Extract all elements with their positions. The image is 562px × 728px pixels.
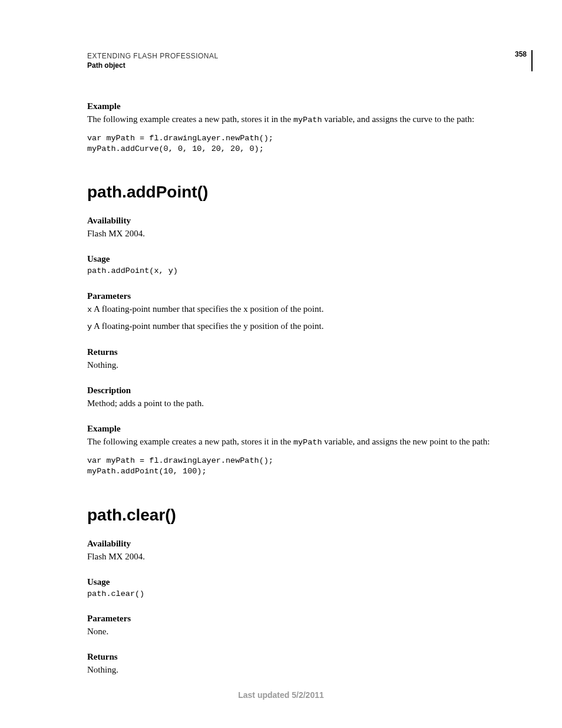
text-span: position of the point. <box>248 304 324 314</box>
text-span: A floating-point number that specifies t… <box>92 321 243 331</box>
returns-text: Nothing. <box>87 359 503 371</box>
description-heading: Description <box>87 386 503 396</box>
availability-heading: Availability <box>87 216 503 226</box>
code-inline: myPath <box>293 116 322 124</box>
example-text: The following example creates a new path… <box>87 436 503 449</box>
usage-heading: Usage <box>87 254 503 264</box>
text-span: The following example creates a new path… <box>87 437 293 446</box>
availability-heading: Availability <box>87 539 503 549</box>
returns-heading: Returns <box>87 652 503 662</box>
page-content: EXTENDING FLASH PROFESSIONAL Path object… <box>0 0 562 676</box>
section-label: Path object <box>87 61 515 70</box>
code-block: var myPath = fl.drawingLayer.newPath(); … <box>87 133 503 154</box>
returns-text: Nothing. <box>87 664 503 676</box>
method-heading-addpoint: path.addPoint() <box>87 183 503 202</box>
example-heading: Example <box>87 101 503 111</box>
example-text: The following example creates a new path… <box>87 113 503 126</box>
returns-heading: Returns <box>87 347 503 357</box>
parameter-y: y A floating-point number that specifies… <box>87 320 503 333</box>
example-heading: Example <box>87 424 503 434</box>
italic-text: x <box>243 304 248 314</box>
main-content: Example The following example creates a … <box>87 101 503 676</box>
code-inline: myPath <box>293 438 322 447</box>
parameters-heading: Parameters <box>87 291 503 301</box>
header-left: EXTENDING FLASH PROFESSIONAL Path object <box>87 52 515 70</box>
usage-code: path.addPoint(x, y) <box>87 266 503 276</box>
text-span: The following example creates a new path… <box>87 114 293 124</box>
parameters-text: None. <box>87 625 503 638</box>
page-number: 358 <box>515 50 533 71</box>
parameter-x: x A floating-point number that specifies… <box>87 303 503 316</box>
page-footer: Last updated 5/2/2011 <box>0 690 562 700</box>
method-heading-clear: path.clear() <box>87 506 503 525</box>
availability-text: Flash MX 2004. <box>87 228 503 240</box>
param-name: y <box>87 322 92 331</box>
parameters-heading: Parameters <box>87 614 503 624</box>
description-text: Method; adds a point to the path. <box>87 397 503 410</box>
text-span: position of the point. <box>248 321 324 331</box>
document-title: EXTENDING FLASH PROFESSIONAL <box>87 52 515 60</box>
page-header: EXTENDING FLASH PROFESSIONAL Path object… <box>87 52 503 73</box>
text-span: variable, and assigns the new point to t… <box>322 437 490 446</box>
usage-heading: Usage <box>87 577 503 587</box>
italic-text: y <box>243 321 248 331</box>
param-name: x <box>87 305 92 314</box>
availability-text: Flash MX 2004. <box>87 551 503 563</box>
text-span: A floating-point number that specifies t… <box>92 304 243 314</box>
text-span: variable, and assigns the curve to the p… <box>322 114 475 124</box>
code-block: var myPath = fl.drawingLayer.newPath(); … <box>87 456 503 477</box>
usage-code: path.clear() <box>87 589 503 599</box>
